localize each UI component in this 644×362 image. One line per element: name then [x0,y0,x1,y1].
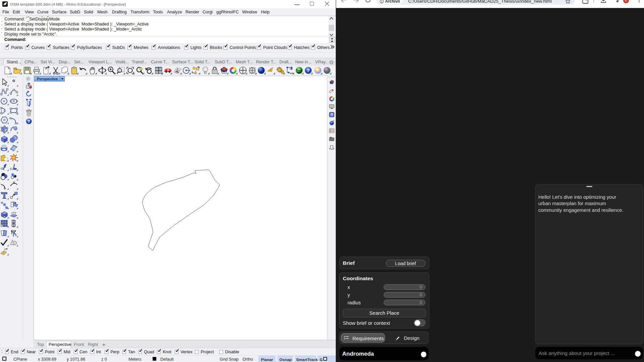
svg-text:?: ? [28,119,30,124]
svg-text:?: ? [331,113,333,117]
